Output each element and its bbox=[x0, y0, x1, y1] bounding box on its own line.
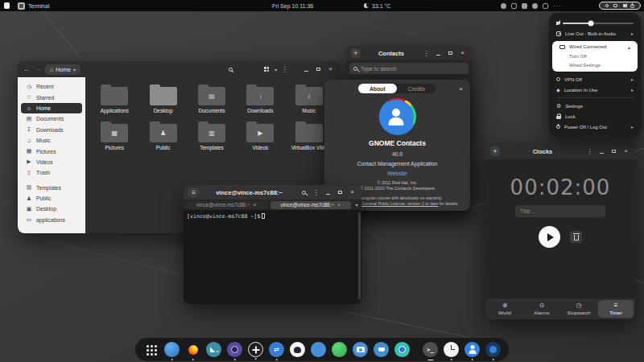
tab-timer[interactable]: ≡Timer bbox=[598, 300, 634, 318]
sidebar-item-documents[interactable]: ▤Documents bbox=[21, 113, 82, 124]
folder-downloads[interactable]: ↓Downloads bbox=[236, 84, 284, 113]
folder-desktop[interactable]: Desktop bbox=[138, 84, 187, 113]
network-turn-off-item[interactable]: Turn Off bbox=[552, 51, 638, 60]
folder-public[interactable]: ♟Public bbox=[138, 121, 187, 150]
green-app-icon[interactable] bbox=[332, 342, 347, 357]
minimize-button[interactable] bbox=[597, 147, 606, 156]
wired-settings-item[interactable]: Wired Settings bbox=[552, 60, 638, 69]
tab-alarms[interactable]: ⊙Alarms bbox=[524, 300, 559, 318]
clock-menu[interactable]: Fri Sep 10 11:36 bbox=[272, 0, 313, 11]
blue-app2-icon[interactable] bbox=[374, 342, 389, 357]
location-item[interactable]: ◆ Location In Use ▸ bbox=[549, 84, 641, 95]
sidebar-item-music[interactable]: ♫Music bbox=[21, 135, 82, 146]
folder-pictures[interactable]: ▦Pictures bbox=[90, 121, 138, 150]
minimize-button[interactable] bbox=[324, 188, 332, 197]
plain-blue-app-icon[interactable] bbox=[311, 342, 326, 357]
sidebar-item-recent[interactable]: ◷Recent bbox=[21, 81, 82, 92]
menu-button[interactable]: ⋮ bbox=[280, 65, 289, 74]
menu-button[interactable]: ⋮ bbox=[585, 147, 594, 156]
folder-videos[interactable]: ▶Videos bbox=[236, 121, 284, 150]
add-contact-button[interactable]: + bbox=[351, 48, 361, 58]
search-button[interactable] bbox=[226, 65, 235, 74]
close-button[interactable]: × bbox=[326, 65, 335, 74]
audio-device-item[interactable]: Line Out - Built-in Audio ▸ bbox=[549, 28, 641, 39]
path-button[interactable]: ⌂ Home ▾ bbox=[45, 64, 80, 75]
sidebar-item-trash[interactable]: ▯Trash bbox=[21, 167, 82, 178]
terminal-app-icon[interactable]: >_ bbox=[423, 342, 438, 357]
sidebar-item-downloads[interactable]: ↧Downloads bbox=[21, 125, 82, 135]
tray-icon-1[interactable] bbox=[501, 3, 506, 9]
maximize-button[interactable] bbox=[314, 65, 323, 74]
menu-button[interactable]: ⋮ bbox=[422, 49, 431, 58]
blue-app-icon[interactable] bbox=[164, 342, 180, 357]
timer-title-input[interactable] bbox=[515, 205, 605, 217]
minimize-button[interactable] bbox=[434, 49, 443, 58]
license-link[interactable]: GNU General Public License, version 2 or… bbox=[352, 201, 439, 206]
folder-templates[interactable]: ▥Templates bbox=[188, 121, 236, 150]
sidebar-item-starred[interactable]: ☆Starred bbox=[21, 92, 82, 102]
volume-slider[interactable] bbox=[563, 23, 634, 24]
tab-about[interactable]: About bbox=[358, 84, 397, 93]
tab-credits[interactable]: Credits bbox=[397, 84, 437, 93]
close-tab-icon[interactable]: × bbox=[337, 202, 341, 208]
settings-item[interactable]: ⚙ Settings bbox=[549, 101, 641, 111]
hamburger-menu-button[interactable]: ≡ bbox=[188, 187, 199, 197]
back-button[interactable]: ← bbox=[23, 66, 31, 73]
contacts-app-icon[interactable] bbox=[464, 342, 480, 357]
volume-slider-knob[interactable] bbox=[588, 20, 593, 26]
close-button[interactable]: × bbox=[456, 84, 465, 93]
tab-list-button[interactable]: ▾ bbox=[352, 200, 361, 210]
tray-icon-3[interactable] bbox=[522, 3, 527, 9]
search-button[interactable] bbox=[299, 188, 308, 197]
timer-start-button[interactable] bbox=[539, 226, 560, 248]
camera-app-icon[interactable] bbox=[353, 342, 368, 357]
folder-documents[interactable]: ▤Documents bbox=[188, 84, 236, 113]
system-status-area[interactable] bbox=[599, 2, 641, 10]
tray-icon-5[interactable] bbox=[543, 3, 548, 9]
wired-connected-item[interactable]: Wired Connected ▴ bbox=[552, 42, 638, 51]
close-tab-icon[interactable]: × bbox=[253, 202, 256, 208]
firefox-icon[interactable] bbox=[185, 342, 200, 357]
forward-button[interactable]: → bbox=[34, 66, 42, 73]
view-options-button[interactable]: ▾ bbox=[275, 67, 277, 72]
add-button[interactable]: + bbox=[490, 146, 500, 156]
tray-overflow-icon[interactable]: ··· bbox=[553, 2, 562, 10]
activities-indicator[interactable] bbox=[4, 2, 10, 9]
github-icon[interactable] bbox=[290, 342, 305, 357]
sidebar-item-pictures[interactable]: ▦Pictures bbox=[21, 146, 82, 156]
maximize-button[interactable] bbox=[609, 147, 618, 156]
menu-button[interactable]: ⋮ bbox=[312, 188, 320, 197]
blue-dot-app-icon[interactable] bbox=[485, 342, 501, 357]
sidebar-item-home[interactable]: ⌂Home bbox=[21, 103, 82, 113]
sidebar-item-videos[interactable]: ▶Videos bbox=[21, 157, 82, 167]
blue-arrows-app-icon[interactable]: ⇄ bbox=[269, 342, 284, 357]
view-toggle-button[interactable] bbox=[262, 65, 271, 74]
website-link[interactable]: Website bbox=[324, 171, 470, 176]
focused-app-menu[interactable]: Terminal bbox=[18, 0, 49, 11]
terminal-content[interactable]: [vince@vince-ms7c88 ~]$ bbox=[184, 211, 361, 303]
vpn-item[interactable]: VPN Off ▸ bbox=[549, 74, 641, 84]
timer-delete-button[interactable] bbox=[570, 231, 582, 243]
weather-widget[interactable]: 33.1 °C bbox=[364, 0, 390, 11]
dark-cross-app-icon[interactable] bbox=[248, 342, 263, 357]
close-button[interactable]: × bbox=[348, 188, 357, 197]
power-item[interactable]: Power Off / Log Out ▸ bbox=[549, 121, 641, 132]
close-button[interactable]: × bbox=[458, 49, 467, 58]
purple-app-icon[interactable] bbox=[227, 342, 242, 357]
tab-world[interactable]: ⊕World bbox=[487, 300, 522, 318]
sidebar-item-applications[interactable]: ▭applications bbox=[21, 215, 82, 225]
sidebar-item-public[interactable]: ♟Public bbox=[21, 193, 82, 204]
app-grid-icon[interactable] bbox=[143, 342, 159, 357]
clocks-app-icon[interactable] bbox=[444, 342, 459, 357]
mail-app-icon[interactable] bbox=[206, 342, 221, 357]
contacts-search-input[interactable]: Type to search bbox=[349, 63, 469, 74]
close-button[interactable]: × bbox=[621, 147, 630, 156]
folder-applications[interactable]: Applications bbox=[90, 84, 138, 113]
sidebar-item-templates[interactable]: ▥Templates bbox=[21, 183, 82, 193]
tab-stopwatch[interactable]: ◷Stopwatch bbox=[561, 300, 597, 318]
sidebar-item-desktop[interactable]: ▣Desktop bbox=[21, 204, 82, 214]
minimize-button[interactable] bbox=[302, 65, 311, 74]
tray-icon-2[interactable] bbox=[511, 3, 517, 9]
terminal-tab-1[interactable]: vince@vince-ms7c88:~× bbox=[186, 201, 267, 209]
scrollbar[interactable] bbox=[358, 212, 361, 299]
